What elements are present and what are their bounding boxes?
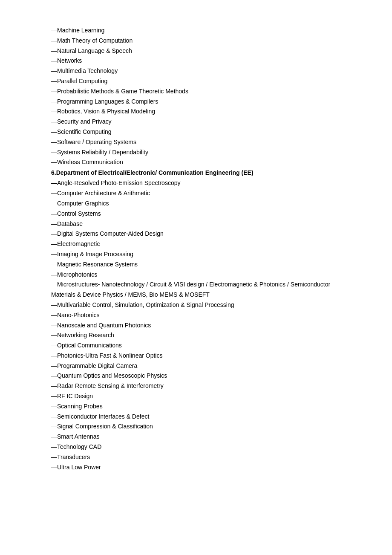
list-item-machine-learning: —Machine Learning [51,26,341,36]
list-item-multivariable: —Multivariable Control, Simulation, Opti… [51,300,341,310]
list-item-multimedia: —Multimedia Technology [51,66,341,76]
list-item-photonics-ultra: —Photonics-Ultra Fast & Nonlinear Optics [51,351,341,361]
list-item-networks: —Networks [51,56,341,66]
list-item-technology-cad: —Technology CAD [51,442,341,452]
list-item-control-systems: —Control Systems [51,209,341,219]
list-item-digital-systems: —Digital Systems Computer-Aided Design [51,229,341,239]
list-item-natural-language: —Natural Language & Speech [51,46,341,56]
content-container: —Machine Learning—Math Theory of Computa… [51,26,341,472]
list-item-transducers: —Transducers [51,452,341,462]
list-item-semiconductor-interfaces: —Semiconductor Interfaces & Defect [51,412,341,422]
list-item-computer-arch: —Computer Architecture & Arithmetic [51,188,341,199]
list-item-quantum-optics: —Quantum Optics and Mesoscopic Physics [51,371,341,381]
list-item-robotics: —Robotics, Vision & Physical Modeling [51,107,341,117]
list-item-nanoscale: —Nanoscale and Quantum Photonics [51,321,341,331]
list-item-nano-photonics: —Nano-Photonics [51,310,341,321]
list-item-signal-compression: —Signal Compression & Classification [51,422,341,432]
list-item-scanning-probes: —Scanning Probes [51,402,341,412]
list-item-parallel-computing: —Parallel Computing [51,76,341,87]
list-item-scientific-computing: —Scientific Computing [51,127,341,137]
list-item-radar: —Radar Remote Sensing & Interferometry [51,381,341,391]
list-item-software-os: —Software / Operating Systems [51,137,341,147]
list-item-computer-graphics: —Computer Graphics [51,199,341,209]
list-item-angle-resolved: —Angle-Resolved Photo-Emission Spectrosc… [51,178,341,188]
list-item-microstructures: —Microstructures- Nanotechnology / Circu… [51,280,341,300]
list-item-smart-antennas: —Smart Antennas [51,432,341,442]
list-item-ultra-low-power: —Ultra Low Power [51,462,341,473]
list-item-programming-languages: —Programming Languages & Compilers [51,97,341,107]
list-item-systems-reliability: —Systems Reliability / Dependability [51,147,341,158]
list-item-magnetic-resonance: —Magnetic Resonance Systems [51,260,341,270]
list-item-networking-research: —Networking Research [51,330,341,341]
list-item-security: —Security and Privacy [51,117,341,127]
list-item-rf-ic: —RF IC Design [51,391,341,402]
list-item-programmable-camera: —Programmable Digital Camera [51,361,341,371]
list-item-probabilistic: —Probabilistic Methods & Game Theoretic … [51,87,341,97]
list-item-imaging: —Imaging & Image Processing [51,249,341,260]
list-item-dept-ee-header: 6.Department of Electrical/Electronic/ C… [51,168,341,178]
list-item-optical-comm: —Optical Communications [51,341,341,351]
list-item-electromagnetic: —Electromagnetic [51,239,341,249]
list-item-microphotonics: —Microphotonics [51,270,341,280]
list-item-database: —Database [51,219,341,229]
list-item-math-theory: —Math Theory of Computation [51,36,341,46]
list-item-wireless: —Wireless Communication [51,157,341,168]
